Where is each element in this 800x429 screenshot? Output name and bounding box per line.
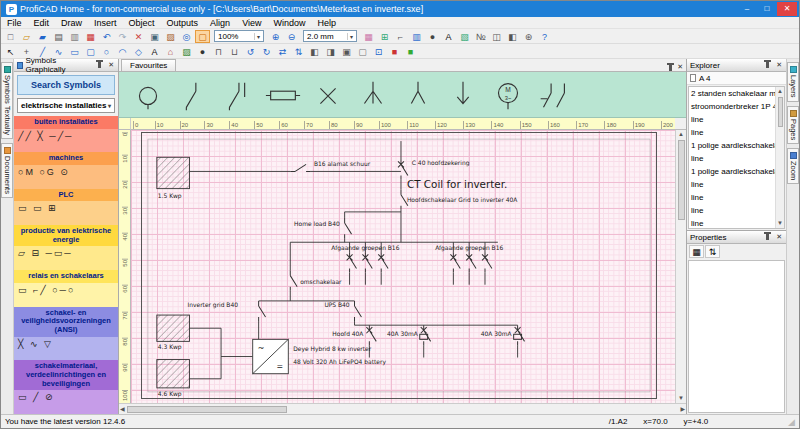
vertical-scrollbar[interactable]: ▲ ▼ xyxy=(675,130,686,403)
pv-array-2[interactable] xyxy=(157,315,190,341)
menu-help[interactable]: Help xyxy=(312,17,343,29)
main-40a-breaker-symbol[interactable] xyxy=(366,325,376,345)
label-kwp-1[interactable]: 1.5 Kwp xyxy=(158,192,182,200)
print-icon[interactable]: ▤ xyxy=(51,30,66,43)
explorer-item[interactable]: line xyxy=(689,191,775,204)
explorer-item[interactable]: 1 polige aardlekschakelaar xyxy=(689,165,775,178)
menu-insert[interactable]: Insert xyxy=(88,17,123,29)
redo-icon[interactable]: ↷ xyxy=(115,30,130,43)
snap-toggle-icon[interactable]: ⊞ xyxy=(377,30,392,43)
zoom-in-icon[interactable]: ⊕ xyxy=(268,30,283,43)
rcd-symbol-2[interactable] xyxy=(514,325,525,345)
find-icon[interactable]: ◎ xyxy=(179,30,194,43)
scroll-down-icon[interactable]: ▼ xyxy=(677,394,685,403)
bring-to-front-icon[interactable]: ◧ xyxy=(307,45,322,58)
image-insert-icon[interactable]: ▧ xyxy=(457,30,472,43)
scrollbar-thumb[interactable] xyxy=(127,406,287,413)
pin-icon[interactable] xyxy=(766,234,769,240)
label-inverter-grid[interactable]: Inverter grid B40 xyxy=(187,301,238,309)
explorer-item[interactable]: stroomonderbreker 1P 4 xyxy=(689,100,775,113)
ungroup-icon[interactable]: ▢ xyxy=(355,45,370,58)
grid-toggle-icon[interactable]: ▦ xyxy=(361,30,376,43)
scroll-right-icon[interactable]: ▶ xyxy=(679,405,686,414)
label-b16-schuur[interactable]: B16 alamat schuur xyxy=(314,160,371,167)
symbol-category-items[interactable]: ▭ ▭ ⊞ xyxy=(14,201,118,225)
group-breaker-symbol[interactable] xyxy=(482,252,492,272)
search-symbols-button[interactable]: Search Symbols xyxy=(17,75,115,95)
maximize-button[interactable]: □ xyxy=(757,2,777,16)
group-breaker-symbol[interactable] xyxy=(466,252,476,272)
copy-icon[interactable]: ▣ xyxy=(147,30,162,43)
explorer-item[interactable]: 1 polige aardlekschakelaar xyxy=(689,139,775,152)
schematic[interactable]: ~ = C 40 hoofdzekering CT Coil for inver… xyxy=(142,133,656,398)
main-fuse-symbol[interactable] xyxy=(398,159,408,179)
scrollbar-thumb[interactable] xyxy=(678,140,685,220)
close-button[interactable]: ✕ xyxy=(777,2,797,16)
pin-icon[interactable] xyxy=(669,65,672,71)
inverter-grid-switch-symbol[interactable] xyxy=(259,301,266,321)
symbol-icon[interactable]: ⌂ xyxy=(163,45,178,58)
numbering-icon[interactable]: № xyxy=(473,30,488,43)
panel-toggle-icon[interactable]: ◧ xyxy=(505,30,520,43)
print-preview-icon[interactable]: ▥ xyxy=(67,30,82,43)
pin-icon[interactable] xyxy=(98,62,101,68)
resistor-icon[interactable] xyxy=(264,77,302,113)
categorized-view-icon[interactable]: ▦ xyxy=(689,245,704,258)
tab-pages[interactable]: Pages xyxy=(787,106,799,144)
lamp-cross-icon[interactable] xyxy=(309,77,347,113)
symbol-category-items[interactable]: ▭ ⌐╱ ○─○ xyxy=(14,283,118,307)
send-to-back-icon[interactable]: ◨ xyxy=(323,45,338,58)
scroll-up-icon[interactable]: ▲ xyxy=(677,130,685,139)
group-breaker-symbol[interactable] xyxy=(362,252,372,272)
pv-array-1[interactable] xyxy=(157,157,190,188)
polygon-icon[interactable]: ◇ xyxy=(131,45,146,58)
cut-icon[interactable]: ✕ xyxy=(131,30,146,43)
close-icon[interactable]: ✕ xyxy=(107,61,115,69)
junction-icon[interactable]: ● xyxy=(195,45,210,58)
label-rcd-1[interactable]: 40A 30mA xyxy=(387,330,419,337)
image-icon[interactable]: ▨ xyxy=(179,45,194,58)
tab-zoom[interactable]: Zoom xyxy=(787,148,799,184)
group-breaker-symbol[interactable] xyxy=(378,252,388,272)
arc-icon[interactable]: ◠ xyxy=(115,45,130,58)
symbol-category-items[interactable]: ▱ ⊟ ─▭─ xyxy=(14,246,118,270)
label-hoofd-40a[interactable]: Hoofd 40A xyxy=(332,330,364,337)
drawing-canvas[interactable]: ~ = C 40 hoofdzekering CT Coil for inver… xyxy=(131,130,675,403)
menu-align[interactable]: Align xyxy=(204,17,236,29)
symbol-group-select[interactable]: elektrische installaties ▾ xyxy=(17,98,115,113)
tab-favourites[interactable]: Favourites xyxy=(121,59,176,71)
text-tool-icon[interactable]: A xyxy=(441,30,456,43)
scroll-down-icon[interactable]: ▼ xyxy=(776,219,784,228)
offtake-arrow-icon[interactable] xyxy=(444,77,482,113)
scroll-left-icon[interactable]: ◀ xyxy=(119,405,126,414)
zoom-area-icon[interactable]: ⊡ xyxy=(371,45,386,58)
help-icon[interactable]: ? xyxy=(537,30,552,43)
explorer-root-row[interactable]: A 4 xyxy=(687,72,786,85)
scrollbar-thumb[interactable] xyxy=(778,97,783,127)
symbol-category-header[interactable]: relais en schakelaars xyxy=(14,270,118,283)
new-icon[interactable]: □ xyxy=(3,30,18,43)
tab-documents[interactable]: Documents xyxy=(1,143,13,198)
close-icon[interactable]: ✕ xyxy=(775,61,783,69)
group-breaker-symbol[interactable] xyxy=(347,252,357,272)
scroll-up-icon[interactable]: ▲ xyxy=(776,87,784,96)
label-kwp-3[interactable]: 4.6 Kwp xyxy=(158,390,182,398)
label-hoofdschakelaar[interactable]: Hoofdschakelaar Grid to inverter 40A xyxy=(407,196,518,203)
ellipse-icon[interactable]: ○ xyxy=(99,45,114,58)
close-icon[interactable]: ✕ xyxy=(775,233,783,241)
zoom-out-icon[interactable]: ⊖ xyxy=(284,30,299,43)
stroke-color-icon[interactable]: ■ xyxy=(387,45,402,58)
symbol-category-items[interactable]: ╱╱ ╳ ─╱─ xyxy=(14,129,118,153)
minimize-button[interactable]: – xyxy=(737,2,757,16)
label-battery[interactable]: 48 Volt 320 Ah LiFePO4 battery xyxy=(293,358,386,366)
symbol-editor-icon[interactable]: ▢ xyxy=(195,30,210,43)
save-icon[interactable]: ▰ xyxy=(35,30,50,43)
tab-layers[interactable]: Layers xyxy=(787,62,799,102)
symbol-category-header[interactable]: PLC xyxy=(14,189,118,202)
symbol-category-items[interactable]: ▭ ╱ ⊘ xyxy=(14,390,118,414)
symbol-category-items[interactable]: ○M ○G ⊙ xyxy=(14,165,118,189)
menu-window[interactable]: Window xyxy=(267,17,311,29)
explorer-item[interactable]: line xyxy=(689,204,775,217)
symbol-category-header[interactable]: productie van elektrische energie xyxy=(14,225,118,246)
text-icon[interactable]: A xyxy=(147,45,162,58)
